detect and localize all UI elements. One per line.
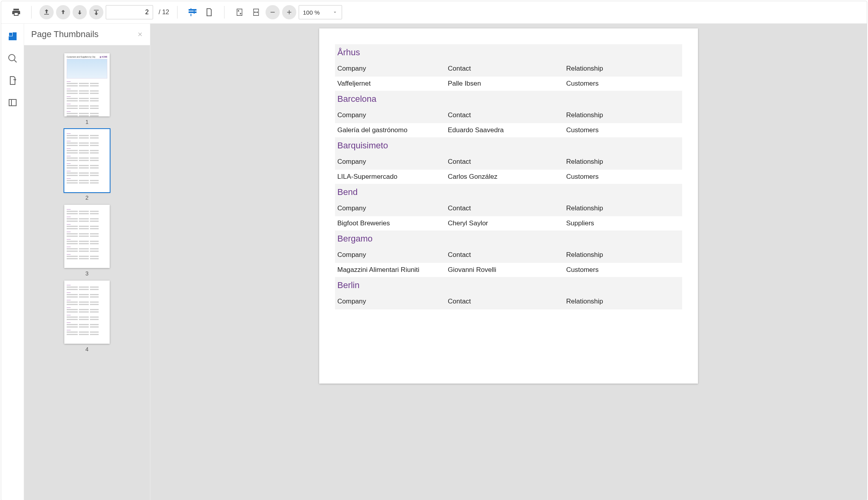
arrow-down-bar-icon bbox=[93, 9, 100, 16]
thumbnail-number: 2 bbox=[86, 195, 89, 201]
next-page-button[interactable] bbox=[73, 5, 87, 19]
thumbnail-page: —————————————— bbox=[64, 205, 110, 268]
first-page-button[interactable] bbox=[39, 5, 54, 19]
table-cell: Suppliers bbox=[566, 219, 680, 227]
report-viewer: / 12 100 % bbox=[1, 1, 867, 500]
thumbnails-list[interactable]: Customers and Suppliers by City▮ ACME———… bbox=[24, 45, 150, 500]
fit-page-button[interactable] bbox=[232, 5, 247, 19]
toolbar: / 12 100 % bbox=[1, 1, 867, 24]
table-cell: Cheryl Saylor bbox=[448, 219, 566, 227]
svg-rect-2 bbox=[9, 37, 12, 40]
single-page-button[interactable] bbox=[202, 5, 216, 19]
arrow-up-icon bbox=[60, 9, 67, 16]
thumbnail-item[interactable]: Customers and Suppliers by City▮ ACME———… bbox=[64, 53, 110, 125]
grid-icon bbox=[8, 32, 17, 41]
close-panel-button[interactable] bbox=[137, 30, 143, 39]
table-row: LILA-SupermercadoCarlos GonzálezCustomer… bbox=[335, 170, 682, 184]
svg-rect-0 bbox=[9, 33, 12, 36]
group-header-row: CompanyContactRelationship bbox=[335, 154, 682, 170]
column-header: Company bbox=[337, 251, 448, 259]
group-city: Bend bbox=[335, 184, 682, 200]
print-button[interactable] bbox=[9, 5, 23, 19]
chevron-down-icon bbox=[332, 9, 338, 15]
group-header-row: CompanyContactRelationship bbox=[335, 61, 682, 77]
close-icon bbox=[137, 32, 143, 37]
svg-rect-3 bbox=[13, 37, 16, 40]
table-cell: Customers bbox=[566, 266, 680, 274]
toolbar-separator bbox=[224, 6, 224, 19]
column-header: Relationship bbox=[566, 298, 680, 305]
group-header-row: CompanyContactRelationship bbox=[335, 247, 682, 263]
column-header: Company bbox=[337, 158, 448, 166]
report-group: ÅrhusCompanyContactRelationshipVaffeljer… bbox=[335, 44, 682, 91]
sidebar bbox=[1, 24, 24, 500]
report-group: BarcelonaCompanyContactRelationshipGaler… bbox=[335, 91, 682, 137]
thumbnail-item[interactable]: ——————————————2 bbox=[64, 129, 110, 201]
table-cell: Vaffeljernet bbox=[337, 80, 448, 88]
table-row: Bigfoot BreweriesCheryl SaylorSuppliers bbox=[335, 216, 682, 230]
search-tab[interactable] bbox=[7, 53, 18, 64]
column-header: Relationship bbox=[566, 111, 680, 119]
thumbnail-item[interactable]: ——————————————3 bbox=[64, 205, 110, 277]
table-row: Magazzini Alimentari RiunitiGiovanni Rov… bbox=[335, 263, 682, 277]
column-header: Contact bbox=[448, 298, 566, 305]
column-header: Contact bbox=[448, 204, 566, 212]
export-tab[interactable] bbox=[7, 75, 18, 86]
column-header: Relationship bbox=[566, 204, 680, 212]
column-header: Contact bbox=[448, 111, 566, 119]
multipage-icon bbox=[188, 7, 197, 17]
column-header: Company bbox=[337, 111, 448, 119]
zoom-select[interactable]: 100 % bbox=[299, 5, 342, 19]
report-page: ÅrhusCompanyContactRelationshipVaffeljer… bbox=[319, 28, 698, 384]
layout-icon bbox=[8, 98, 17, 107]
thumbnail-item[interactable]: ——————————————4 bbox=[64, 281, 110, 352]
search-icon bbox=[8, 54, 17, 63]
thumbnail-number: 4 bbox=[86, 346, 89, 352]
column-header: Company bbox=[337, 65, 448, 73]
minus-icon bbox=[269, 9, 276, 16]
zoom-value: 100 % bbox=[303, 9, 320, 16]
table-cell: Giovanni Rovelli bbox=[448, 266, 566, 274]
layout-tab[interactable] bbox=[7, 97, 18, 108]
group-header-row: CompanyContactRelationship bbox=[335, 294, 682, 309]
fit-width-icon bbox=[252, 8, 260, 17]
group-header-row: CompanyContactRelationship bbox=[335, 107, 682, 123]
toggle-multipage-button[interactable] bbox=[185, 5, 200, 19]
column-header: Relationship bbox=[566, 158, 680, 166]
page-total-label: / 12 bbox=[159, 9, 169, 16]
column-header: Contact bbox=[448, 158, 566, 166]
thumbnails-title: Page Thumbnails bbox=[31, 29, 99, 39]
zoom-in-button[interactable] bbox=[282, 5, 296, 19]
prev-page-button[interactable] bbox=[56, 5, 70, 19]
thumbnail-number: 1 bbox=[86, 119, 89, 125]
fit-page-icon bbox=[235, 8, 244, 17]
table-cell: Customers bbox=[566, 126, 680, 134]
fit-width-button[interactable] bbox=[249, 5, 263, 19]
page-icon bbox=[205, 8, 213, 17]
zoom-out-button[interactable] bbox=[266, 5, 280, 19]
table-cell: Magazzini Alimentari Riuniti bbox=[337, 266, 448, 274]
document-area[interactable]: ÅrhusCompanyContactRelationshipVaffeljer… bbox=[150, 24, 867, 500]
thumbnails-header: Page Thumbnails bbox=[24, 24, 150, 45]
table-cell: LILA-Supermercado bbox=[337, 173, 448, 181]
toolbar-separator bbox=[177, 6, 178, 19]
table-cell: Customers bbox=[566, 80, 680, 88]
main-area: Page Thumbnails Customers and Suppliers … bbox=[1, 24, 867, 500]
thumbnails-tab[interactable] bbox=[7, 31, 18, 42]
column-header: Company bbox=[337, 204, 448, 212]
group-header-row: CompanyContactRelationship bbox=[335, 200, 682, 216]
export-icon bbox=[8, 76, 17, 85]
report-group: BendCompanyContactRelationshipBigfoot Br… bbox=[335, 184, 682, 230]
group-city: Århus bbox=[335, 44, 682, 61]
print-icon bbox=[11, 7, 21, 17]
report-group: BarquisimetoCompanyContactRelationshipLI… bbox=[335, 137, 682, 184]
last-page-button[interactable] bbox=[89, 5, 103, 19]
group-city: Bergamo bbox=[335, 230, 682, 247]
page-number-input[interactable] bbox=[106, 5, 153, 19]
thumbnail-page: —————————————— bbox=[64, 129, 110, 192]
thumbnail-page: —————————————— bbox=[64, 281, 110, 344]
column-header: Contact bbox=[448, 65, 566, 73]
table-cell: Customers bbox=[566, 173, 680, 181]
thumbnail-page: Customers and Suppliers by City▮ ACME———… bbox=[64, 53, 110, 116]
table-row: VaffeljernetPalle IbsenCustomers bbox=[335, 77, 682, 91]
